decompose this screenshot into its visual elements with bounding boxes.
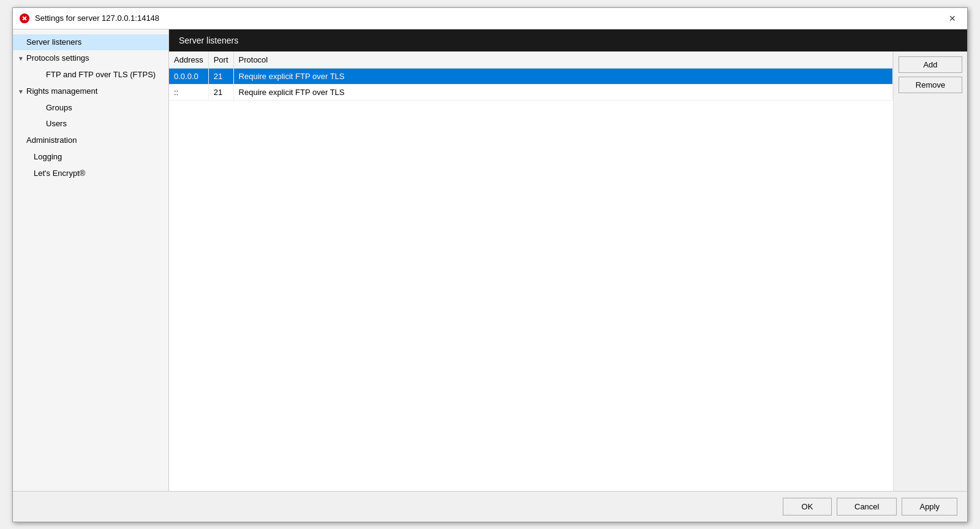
settings-dialog: Settings for server 127.0.0.1:14148 ✕ Se… (12, 7, 968, 522)
col-address: Address (169, 51, 208, 69)
title-bar: Settings for server 127.0.0.1:14148 ✕ (13, 8, 967, 29)
sidebar-label-users: Users (46, 119, 67, 128)
add-button[interactable]: Add (899, 56, 962, 73)
cell-address: :: (169, 84, 208, 100)
title-bar-left: Settings for server 127.0.0.1:14148 (19, 13, 159, 24)
content-area: Server listeners▼Protocols settingsFTP a… (13, 29, 967, 491)
sidebar: Server listeners▼Protocols settingsFTP a… (13, 29, 169, 491)
sidebar-label-protocols-settings: Protocols settings (26, 53, 89, 63)
sidebar-item-users[interactable]: Users (13, 116, 168, 132)
cell-address: 0.0.0.0 (169, 68, 208, 84)
cell-protocol: Require explicit FTP over TLS (233, 84, 892, 100)
sidebar-item-lets-encrypt[interactable]: Let's Encrypt® (13, 166, 168, 182)
sidebar-item-groups[interactable]: Groups (13, 100, 168, 116)
table-actions: Add Remove (894, 51, 967, 491)
footer: OK Cancel Apply (13, 491, 967, 522)
sidebar-item-ftp-ftps[interactable]: FTP and FTP over TLS (FTPS) (13, 67, 168, 83)
listeners-table: Address Port Protocol 0.0.0.021Require e… (169, 51, 893, 101)
listeners-table-area: Address Port Protocol 0.0.0.021Require e… (169, 51, 894, 491)
sidebar-label-ftp-ftps: FTP and FTP over TLS (FTPS) (46, 70, 156, 79)
sidebar-label-administration: Administration (26, 135, 77, 145)
panel-header: Server listeners (169, 29, 967, 51)
sidebar-item-protocols-settings[interactable]: ▼Protocols settings (13, 50, 168, 67)
panel-body: Address Port Protocol 0.0.0.021Require e… (169, 51, 967, 491)
sidebar-label-lets-encrypt: Let's Encrypt® (34, 169, 85, 178)
close-button[interactable]: ✕ (944, 12, 961, 25)
cell-port: 21 (208, 68, 233, 84)
sidebar-item-rights-management[interactable]: ▼Rights management (13, 83, 168, 100)
dialog-title: Settings for server 127.0.0.1:14148 (35, 13, 159, 23)
ok-button[interactable]: OK (783, 498, 832, 516)
col-port: Port (208, 51, 233, 69)
sidebar-label-logging: Logging (34, 152, 62, 161)
sidebar-item-administration[interactable]: Administration (13, 132, 168, 149)
table-row[interactable]: 0.0.0.021Require explicit FTP over TLS (169, 68, 893, 84)
cell-protocol: Require explicit FTP over TLS (233, 68, 892, 84)
sidebar-label-rights-management: Rights management (26, 86, 97, 96)
cell-port: 21 (208, 84, 233, 100)
table-row[interactable]: ::21Require explicit FTP over TLS (169, 84, 893, 100)
col-protocol: Protocol (233, 51, 892, 69)
main-panel: Server listeners Address Port Protocol 0… (169, 29, 967, 491)
sidebar-label-groups: Groups (46, 103, 72, 112)
app-icon (19, 13, 30, 24)
sidebar-item-logging[interactable]: Logging (13, 149, 168, 166)
apply-button[interactable]: Apply (902, 498, 957, 516)
sidebar-label-server-listeners: Server listeners (26, 37, 81, 47)
remove-button[interactable]: Remove (899, 77, 962, 93)
cancel-button[interactable]: Cancel (837, 498, 897, 516)
sidebar-item-server-listeners[interactable]: Server listeners (13, 34, 168, 51)
